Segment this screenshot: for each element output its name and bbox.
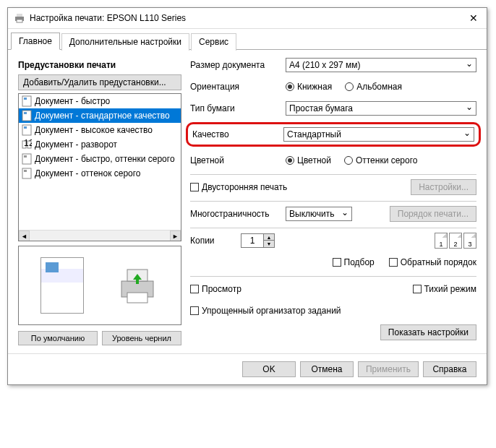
page-preview-icon: [40, 257, 84, 314]
list-item-label: Документ - быстро: [35, 96, 110, 106]
page-order-button[interactable]: Порядок печати...: [390, 206, 476, 222]
copies-spinner[interactable]: ▲▼: [241, 233, 275, 248]
add-remove-presets-button[interactable]: Добавить/Удалить предустановки...: [18, 74, 181, 90]
tabs: Главное Дополнительные настройки Сервис: [8, 30, 487, 50]
list-item[interactable]: Документ - оттенок серого: [19, 166, 181, 181]
window-title: Настройка печати: EPSON L110 Series: [30, 13, 466, 23]
svg-rect-19: [127, 293, 147, 303]
printer-large-icon: [116, 264, 159, 307]
dialog-buttons: OK Отмена Применить Справка: [8, 353, 487, 384]
titlebar: Настройка печати: EPSON L110 Series ✕: [8, 8, 487, 29]
copies-input[interactable]: [241, 234, 263, 247]
preview-checkbox[interactable]: Просмотр: [190, 284, 241, 294]
multipage-label: Многостраничность: [190, 209, 286, 219]
ink-level-button[interactable]: Уровень чернил: [102, 331, 181, 345]
print-settings-window: Настройка печати: EPSON L110 Series ✕ Гл…: [7, 7, 487, 385]
paper-type-select[interactable]: Простая бумага: [286, 101, 476, 116]
quality-select[interactable]: Стандартный: [283, 127, 474, 142]
copies-label: Копии: [190, 236, 234, 246]
show-settings-button[interactable]: Показать настройки: [380, 324, 476, 340]
orientation-landscape-radio[interactable]: Альбомная: [345, 82, 402, 92]
duplex-settings-button[interactable]: Настройки...: [411, 179, 476, 195]
svg-rect-14: [24, 155, 27, 158]
document-gray-icon: [22, 153, 32, 165]
document-gray-icon: [22, 168, 32, 179]
tab-advanced[interactable]: Дополнительные настройки: [61, 33, 189, 51]
svg-rect-2: [17, 20, 22, 22]
quality-label: Качество: [192, 129, 283, 139]
svg-text:1: 1: [24, 139, 29, 148]
svg-rect-4: [24, 98, 27, 100]
svg-rect-21: [136, 278, 139, 284]
duplex-checkbox[interactable]: Двусторонняя печать: [190, 182, 287, 192]
color-grayscale-radio[interactable]: Оттенки серого: [344, 155, 418, 165]
document-icon: [22, 124, 32, 136]
doc-size-select[interactable]: A4 (210 x 297 мм): [286, 58, 476, 72]
doc-size-label: Размер документа: [190, 60, 286, 70]
list-item-label: Документ - высокое качество: [35, 125, 153, 135]
list-item[interactable]: Документ - высокое качество: [19, 123, 181, 137]
list-item-label: Документ - оттенок серого: [35, 168, 141, 178]
list-item[interactable]: 12 Документ - разворот: [19, 137, 181, 152]
paper-type-label: Тип бумаги: [190, 103, 286, 113]
spinner-down-button[interactable]: ▼: [264, 241, 274, 247]
spread-icon: 12: [22, 139, 32, 150]
horizontal-scrollbar[interactable]: ◄ ►: [19, 230, 181, 241]
svg-rect-6: [24, 112, 27, 114]
scroll-right-button[interactable]: ►: [170, 231, 181, 241]
apply-button[interactable]: Применить: [358, 361, 419, 377]
presets-listbox[interactable]: Документ - быстро Документ - стандартное…: [18, 93, 181, 241]
orientation-portrait-radio[interactable]: Книжная: [286, 82, 332, 92]
quiet-mode-checkbox[interactable]: Тихий режим: [413, 284, 476, 294]
list-item[interactable]: Документ - стандартное качество: [19, 108, 181, 123]
cancel-button[interactable]: Отмена: [300, 361, 354, 377]
svg-text:2: 2: [29, 139, 32, 148]
multipage-select[interactable]: Выключить: [286, 207, 352, 221]
close-button[interactable]: ✕: [466, 12, 481, 24]
help-button[interactable]: Справка: [423, 361, 476, 377]
tab-main[interactable]: Главное: [11, 33, 60, 50]
list-item-label: Документ - быстро, оттенки серого: [35, 154, 175, 164]
svg-rect-1: [17, 14, 22, 17]
preview-box: [18, 246, 181, 325]
list-item[interactable]: Документ - быстро, оттенки серого: [19, 152, 181, 166]
reverse-order-checkbox[interactable]: Обратный порядок: [389, 257, 476, 267]
quality-row-highlight: Качество Стандартный: [186, 122, 481, 147]
svg-rect-8: [24, 126, 27, 129]
list-item-label: Документ - разворот: [35, 139, 117, 150]
document-icon: [22, 95, 32, 107]
collate-checkbox[interactable]: Подбор: [333, 257, 375, 267]
ok-button[interactable]: OK: [242, 361, 296, 377]
printer-icon: [14, 12, 25, 24]
list-item[interactable]: Документ - быстро: [19, 94, 181, 108]
collate-preview-icon: 1 2 3: [435, 233, 476, 249]
color-color-radio[interactable]: Цветной: [286, 155, 331, 165]
spinner-up-button[interactable]: ▲: [264, 234, 274, 241]
svg-rect-16: [24, 170, 27, 172]
orientation-label: Ориентация: [190, 82, 286, 92]
presets-title: Предустановки печати: [18, 60, 181, 70]
color-label: Цветной: [190, 155, 286, 165]
defaults-button[interactable]: По умолчанию: [18, 331, 98, 345]
scroll-left-button[interactable]: ◄: [19, 231, 30, 241]
simple-organizer-checkbox[interactable]: Упрощенный организатор заданий: [190, 306, 341, 316]
list-item-label: Документ - стандартное качество: [35, 111, 170, 121]
document-icon: [22, 110, 32, 121]
tab-service[interactable]: Сервис: [191, 33, 236, 51]
